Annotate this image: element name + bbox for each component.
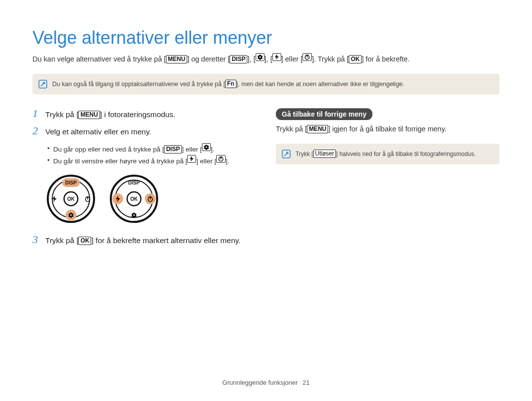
timer-icon [302,53,312,61]
bullet-item: Du går til venstre eller høyre ved å try… [47,155,256,167]
key-disp: DISP [164,145,182,154]
step-3: 3 Trykk på [OK] for å bekrefte markert a… [33,234,256,246]
note-icon [282,150,291,158]
step-number: 1 [33,108,39,119]
intro-after-icons: ]. Trykk på [ [312,55,349,63]
step-body: Velg et alternativ eller en meny. [45,126,151,137]
intro-sep3: ] eller [ [281,55,303,63]
note-icon [38,80,47,89]
step-1: 1 Trykk på [MENU] i fotorateringsmodus. [33,108,256,120]
step-2: 2 Velg et alternativ eller en meny. [33,125,256,137]
top-note: Du kan også få tilgang til opptaksaltern… [33,74,499,94]
right-text: Trykk på [MENU] igjen for å gå tilbake t… [276,124,499,135]
footer-page-number: 21 [302,379,309,386]
intro-pre: Du kan velge alternativer ved å trykke p… [33,55,166,63]
intro-tail: ] for å bekrefte. [362,55,410,63]
key-fn: Fn [225,80,236,88]
step-2-bullets: Du går opp eller ned ved å trykke på [DI… [33,143,256,166]
flower-icon [202,143,211,151]
flash-icon [187,155,196,163]
section-pill: Gå tilbake til forrige meny [276,108,372,120]
step-number: 3 [33,234,39,245]
dial-disp-label: DISP [128,180,140,185]
footer-section: Grunnleggende funksjoner [222,379,298,386]
key-disp: DISP [230,55,247,63]
bullet-item: Du går opp eller ned ved å trykke på [DI… [47,143,256,155]
key-menu: MENU [78,111,100,119]
dial-ok-label: OK [131,196,138,202]
dial-illustrations: DISP OK DISP [33,174,256,223]
manual-page: Velge alternativer eller menyer Du kan v… [0,0,532,401]
key-menu: MENU [307,125,328,133]
intro-text: Du kan velge alternativer ved å trykke p… [33,53,499,65]
dial-ok-label: OK [67,196,75,202]
dial-vertical: DISP OK [46,174,96,223]
right-column: Gå tilbake til forrige meny Trykk på [ME… [276,108,499,252]
flower-icon [256,53,265,61]
page-footer: Grunnleggende funksjoner 21 [0,379,532,386]
page-title: Velge alternativer eller menyer [33,28,499,48]
key-ok: OK [349,55,362,63]
flash-icon [272,53,281,61]
step-body: Trykk på [MENU] i fotorateringsmodus. [45,109,175,120]
timer-icon [216,155,226,163]
intro-sep2: ], [ [265,55,272,63]
right-note-text: Trykk [Utløser] halvveis ned for å gå ti… [296,150,476,158]
top-note-text: Du kan også få tilgang til opptaksaltern… [52,80,404,88]
step-body: Trykk på [OK] for å bekrefte markert alt… [45,235,240,246]
intro-after-menu: ] og deretter [ [187,55,230,63]
dial-disp-label: DISP [65,180,77,185]
key-shutter: Utløser [313,150,336,158]
dial-horizontal: DISP OK [109,174,159,223]
two-column-layout: 1 Trykk på [MENU] i fotorateringsmodus. … [33,108,499,252]
key-ok: OK [78,237,91,245]
right-note: Trykk [Utløser] halvveis ned for å gå ti… [276,144,499,164]
key-menu: MENU [166,55,187,63]
left-column: 1 Trykk på [MENU] i fotorateringsmodus. … [33,108,256,252]
step-number: 2 [33,125,39,136]
intro-sep1: ], [ [247,55,255,63]
